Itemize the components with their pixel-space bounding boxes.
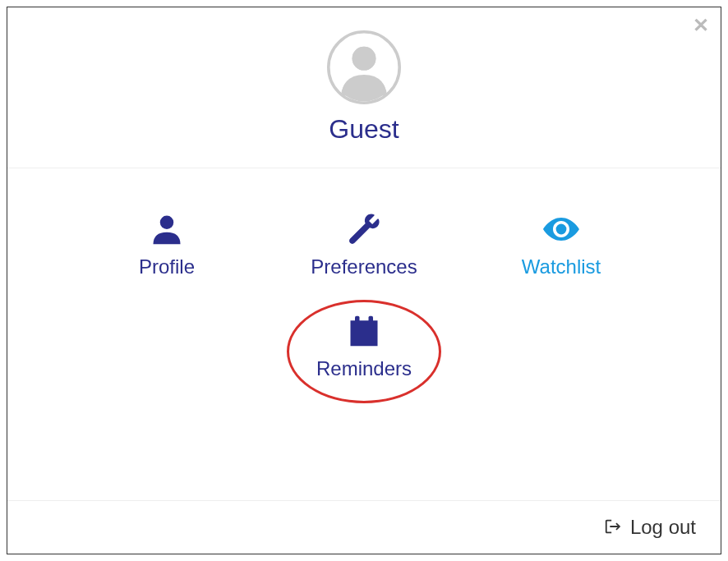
wrench-icon [344,209,384,249]
menu-item-preferences[interactable]: Preferences [306,209,422,278]
reminders-label: Reminders [316,357,412,380]
user-icon [147,209,187,249]
menu-item-reminders[interactable]: Reminders [306,311,422,380]
menu-item-watchlist[interactable]: Watchlist [504,209,619,278]
menu-grid: Profile Preferences Watchlist [7,168,721,501]
avatar-icon [327,30,401,104]
logout-label: Log out [630,516,696,539]
profile-label: Profile [139,255,195,278]
eye-icon [541,209,581,249]
footer: Log out [7,501,721,554]
calendar-icon [344,311,384,351]
menu-row-1: Profile Preferences Watchlist [40,209,688,278]
svg-point-5 [556,224,567,235]
svg-point-3 [352,47,376,71]
close-icon[interactable]: ✕ [693,16,709,35]
user-menu-modal: ✕ Guest Profile [7,7,721,554]
logout-icon [602,517,622,537]
logout-button[interactable]: Log out [602,516,696,539]
username-label: Guest [7,114,721,145]
watchlist-label: Watchlist [522,255,601,278]
menu-item-profile[interactable]: Profile [109,209,224,278]
user-header: Guest [7,7,721,168]
svg-point-4 [160,216,174,230]
menu-row-2: Reminders [40,311,688,380]
preferences-label: Preferences [311,255,417,278]
